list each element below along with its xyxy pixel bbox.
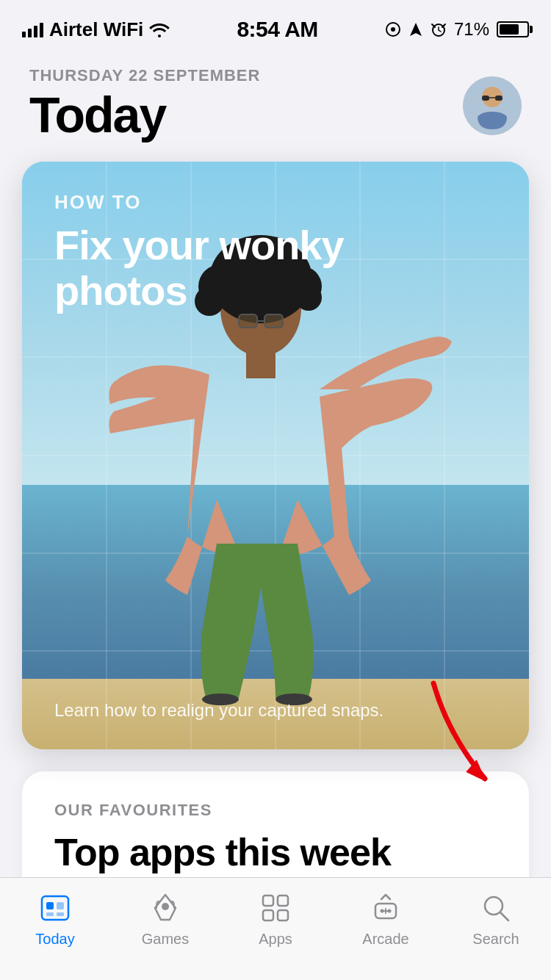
tab-apps-label: Apps <box>259 931 292 948</box>
svg-rect-40 <box>278 896 288 906</box>
svg-rect-36 <box>46 912 54 916</box>
arcade-icon <box>367 890 404 926</box>
svg-rect-6 <box>495 96 503 101</box>
svg-rect-5 <box>482 96 489 101</box>
avatar[interactable] <box>463 76 522 135</box>
status-right: 71% <box>385 19 529 40</box>
how-to-label: HOW TO <box>54 191 497 214</box>
svg-rect-35 <box>57 902 64 909</box>
header-left: THURSDAY 22 SEPTEMBER Today <box>29 66 260 140</box>
featured-card[interactable]: HOW TO Fix your wonky photos Learn how t… <box>22 162 529 749</box>
svg-rect-33 <box>42 896 68 920</box>
svg-rect-42 <box>278 910 288 920</box>
search-icon <box>478 890 514 926</box>
tab-today[interactable]: Today <box>0 890 110 948</box>
header: THURSDAY 22 SEPTEMBER Today <box>0 59 551 154</box>
today-icon <box>37 890 73 926</box>
tab-arcade-label: Arcade <box>362 931 408 948</box>
status-bar: Airtel WiFi 8:54 AM 71% <box>0 0 551 59</box>
tab-games[interactable]: Games <box>110 890 220 948</box>
games-icon <box>147 890 184 926</box>
second-card-title: Top apps this week <box>54 832 497 873</box>
svg-rect-39 <box>263 896 273 906</box>
svg-point-1 <box>391 27 395 32</box>
wifi-icon <box>149 21 170 37</box>
svg-rect-37 <box>57 912 64 916</box>
svg-line-49 <box>500 912 508 920</box>
carrier-label: Airtel WiFi <box>49 18 143 41</box>
tab-arcade[interactable]: Arcade <box>331 890 441 948</box>
tab-games-label: Games <box>142 931 189 948</box>
card-text-overlay: HOW TO Fix your wonky photos <box>22 162 529 342</box>
tab-search[interactable]: Search <box>441 890 551 948</box>
main-content: HOW TO Fix your wonky photos Learn how t… <box>0 154 551 918</box>
svg-rect-27 <box>246 349 276 378</box>
status-left: Airtel WiFi <box>22 18 170 41</box>
tab-bar: Today Games Apps <box>0 877 551 980</box>
date-label: THURSDAY 22 SEPTEMBER <box>29 66 260 85</box>
navigation-icon <box>408 21 423 37</box>
time-display: 8:54 AM <box>237 17 317 42</box>
location-icon <box>385 21 401 37</box>
page-title: Today <box>29 90 260 140</box>
alarm-icon <box>431 21 447 37</box>
tab-today-label: Today <box>35 931 74 948</box>
battery-percentage: 71% <box>454 19 489 40</box>
battery-icon <box>497 21 529 37</box>
svg-point-38 <box>162 903 169 910</box>
card-title: Fix your wonky photos <box>54 223 348 313</box>
signal-icon <box>22 21 43 37</box>
our-favourites-label: OUR FAVOURITES <box>54 801 497 820</box>
svg-rect-41 <box>263 910 273 920</box>
tab-apps[interactable]: Apps <box>220 890 331 948</box>
tab-search-label: Search <box>472 931 519 948</box>
apps-icon <box>257 890 294 926</box>
svg-rect-34 <box>46 902 54 909</box>
red-arrow-indicator <box>419 676 507 796</box>
